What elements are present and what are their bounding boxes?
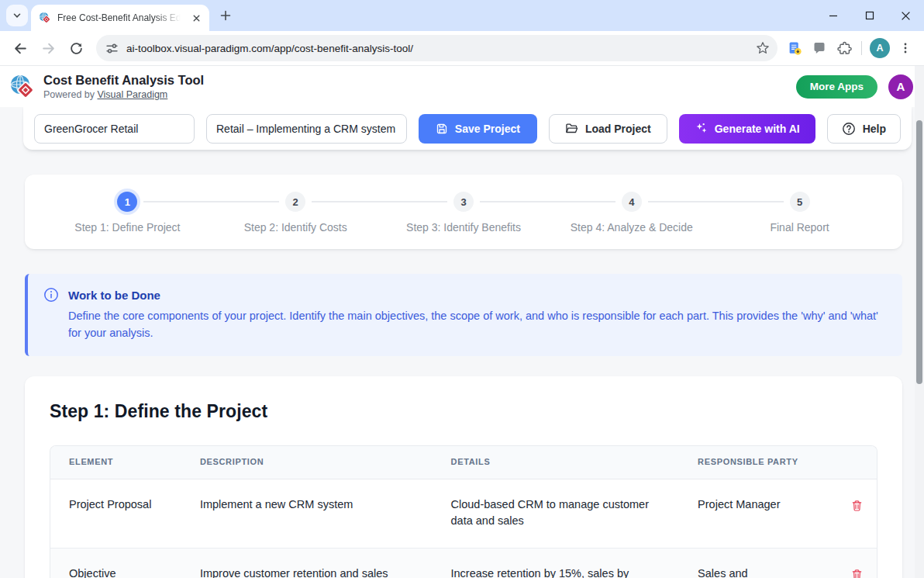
cell-details[interactable]: Increase retention by 15%, sales by: [433, 548, 680, 578]
site-settings-icon[interactable]: [105, 42, 119, 55]
visual-paradigm-logo-icon: [9, 74, 36, 100]
stepper-step-1[interactable]: 1 Step 1: Define Project: [43, 192, 212, 234]
step-indicator: 1 Step 1: Define Project 2 Step 2: Ident…: [25, 175, 902, 249]
trash-icon: [851, 569, 863, 578]
comment-extension-icon[interactable]: [807, 36, 832, 61]
table-row: Project Proposal Implement a new CRM sys…: [50, 479, 877, 548]
cell-details[interactable]: Cloud-based CRM to manage customer data …: [433, 479, 680, 548]
help-question-icon: [842, 122, 856, 136]
load-project-label: Load Project: [585, 123, 651, 135]
forward-arrow-icon: [42, 42, 55, 55]
cell-responsible[interactable]: Project Manager: [679, 479, 831, 548]
browser-profile-avatar[interactable]: A: [870, 38, 890, 58]
load-project-button[interactable]: Load Project: [549, 114, 667, 144]
minimize-icon: [829, 11, 838, 20]
cell-description[interactable]: Implement a new CRM system: [181, 479, 433, 548]
browser-tab[interactable]: Free Cost-Benefit Analysis Edito: [31, 5, 209, 31]
column-header-description: Description: [181, 446, 433, 479]
step-1-circle[interactable]: 1: [117, 192, 137, 212]
bookmark-star-icon[interactable]: [756, 41, 770, 55]
step-3-label: Step 3: Identify Benefits: [406, 221, 521, 234]
back-button[interactable]: [8, 36, 33, 61]
step-4-circle[interactable]: 4: [622, 192, 642, 212]
user-avatar[interactable]: A: [888, 74, 913, 99]
minimize-button[interactable]: [815, 0, 851, 31]
step-4-label: Step 4: Analyze & Decide: [571, 221, 693, 234]
extensions-puzzle-icon[interactable]: [832, 36, 857, 61]
info-body: Define the core components of your proje…: [68, 307, 884, 342]
stepper-step-2[interactable]: 2 Step 2: Identify Costs: [212, 192, 380, 234]
step-5-label: Final Report: [770, 221, 829, 234]
delete-row-button[interactable]: [850, 567, 864, 578]
browser-menu-button[interactable]: [893, 36, 918, 61]
cell-element[interactable]: Project Proposal: [50, 479, 181, 548]
tab-search-button[interactable]: [6, 5, 28, 26]
close-window-button[interactable]: [888, 0, 924, 31]
maximize-button[interactable]: [851, 0, 888, 31]
page-scrollbar[interactable]: [915, 66, 924, 578]
browser-toolbar: ai-toolbox.visual-paradigm.com/app/cost-…: [0, 31, 924, 66]
cell-description[interactable]: Improve customer retention and sales: [181, 548, 433, 578]
url-text[interactable]: ai-toolbox.visual-paradigm.com/app/cost-…: [126, 43, 756, 54]
address-bar[interactable]: ai-toolbox.visual-paradigm.com/app/cost-…: [96, 35, 777, 61]
stepper-step-5[interactable]: 5 Final Report: [715, 192, 884, 234]
table-row: Objective Improve customer retention and…: [50, 548, 877, 578]
tab-favicon-icon: [39, 12, 51, 24]
project-name-input[interactable]: [34, 114, 195, 144]
work-to-be-done-callout: Work to be Done Define the core componen…: [25, 274, 902, 356]
delete-row-button[interactable]: [850, 498, 864, 514]
generate-with-ai-button[interactable]: Generate with AI: [679, 114, 815, 144]
table-header-row: Element Description Details Responsible …: [50, 446, 877, 479]
page-content: 1 Step 1: Define Project 2 Step 2: Ident…: [0, 150, 924, 578]
generate-with-ai-label: Generate with AI: [715, 123, 800, 135]
step-5-circle[interactable]: 5: [790, 192, 810, 212]
step-2-label: Step 2: Identify Costs: [244, 221, 347, 234]
forward-button[interactable]: [36, 36, 60, 61]
cell-responsible[interactable]: Sales and: [679, 548, 831, 578]
powered-by-text: Powered by Visual Paradigm: [43, 89, 204, 100]
step-2-circle[interactable]: 2: [285, 192, 305, 212]
reload-button[interactable]: [64, 36, 88, 61]
app-title: Cost Benefit Analysis Tool: [43, 73, 204, 88]
help-label: Help: [863, 123, 886, 135]
plus-icon: [220, 10, 231, 21]
column-header-responsible-party: Responsible Party: [679, 446, 831, 479]
maximize-icon: [865, 11, 874, 20]
step-3-circle[interactable]: 3: [453, 192, 474, 212]
save-project-button[interactable]: Save Project: [419, 114, 537, 144]
load-folder-icon: [565, 123, 578, 134]
step-1-section: Step 1: Define the Project Element Descr…: [25, 376, 902, 578]
save-floppy-icon: [436, 123, 448, 135]
tab-close-icon[interactable]: [189, 11, 203, 25]
chevron-down-icon: [12, 11, 22, 20]
reload-icon: [70, 42, 83, 55]
scrollbar-thumb[interactable]: [916, 120, 922, 384]
step-1-label: Step 1: Define Project: [74, 221, 180, 234]
stepper-step-3[interactable]: 3 Step 3: Identify Benefits: [380, 192, 548, 234]
cell-element[interactable]: Objective: [50, 548, 181, 578]
column-header-actions: [831, 446, 877, 479]
save-project-label: Save Project: [455, 123, 520, 135]
back-arrow-icon: [14, 42, 27, 55]
window-controls: [815, 0, 924, 31]
column-header-details: Details: [433, 446, 680, 479]
app-header: Cost Benefit Analysis Tool Powered by Vi…: [0, 66, 924, 107]
close-icon: [901, 11, 911, 21]
project-description-input[interactable]: [206, 114, 407, 144]
new-tab-button[interactable]: [215, 5, 236, 26]
more-apps-button[interactable]: More Apps: [796, 75, 877, 99]
help-button[interactable]: Help: [827, 114, 901, 144]
info-icon: [43, 287, 59, 303]
browser-tab-strip: Free Cost-Benefit Analysis Edito: [0, 0, 924, 31]
trash-icon: [851, 500, 863, 512]
stepper-step-4[interactable]: 4 Step 4: Analyze & Decide: [547, 192, 715, 234]
kebab-menu-icon: [899, 42, 912, 54]
toolbar-separator: [861, 41, 862, 55]
project-toolbar: Save Project Load Project Generate with …: [23, 107, 912, 150]
visual-paradigm-link[interactable]: Visual Paradigm: [97, 89, 167, 100]
tab-title: Free Cost-Benefit Analysis Edito: [57, 12, 183, 23]
app-title-block: Cost Benefit Analysis Tool Powered by Vi…: [43, 73, 204, 100]
browser-window: Free Cost-Benefit Analysis Edito: [0, 0, 924, 578]
section-title: Step 1: Define the Project: [50, 401, 877, 422]
docs-extension-icon[interactable]: [782, 36, 807, 61]
